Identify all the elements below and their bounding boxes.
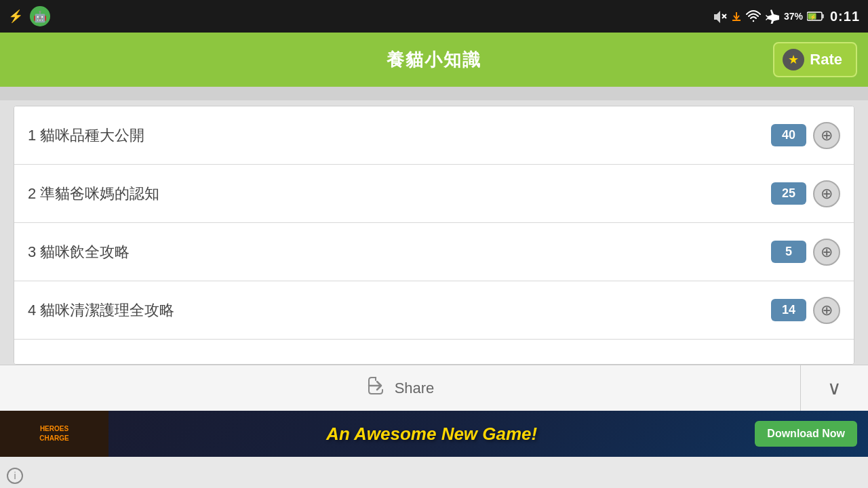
android-icon: 🤖	[30, 6, 50, 26]
item-add-button[interactable]: ⊕	[813, 239, 840, 266]
share-label: Share	[395, 380, 435, 397]
item-text: 4 貓咪清潔護理全攻略	[28, 300, 771, 321]
item-add-button[interactable]: ⊕	[813, 180, 840, 207]
share-icon	[366, 376, 385, 400]
ad-text: An Awesome New Game!	[108, 424, 755, 445]
status-right: 37% ⚡ 0:11	[712, 9, 860, 24]
list-item-partial: —	[14, 340, 854, 364]
app-header: 養貓小知識 ★ Rate	[0, 33, 868, 87]
list-item[interactable]: 2 準貓爸咪媽的認知 25 ⊕	[14, 165, 854, 223]
status-left: ⚡ 🤖	[8, 6, 50, 26]
chevron-button[interactable]: ∨	[800, 365, 868, 411]
item-text: 2 準貓爸咪媽的認知	[28, 184, 771, 204]
ad-banner: HEROES CHARGE An Awesome New Game! Downl…	[0, 411, 868, 457]
download-icon	[731, 11, 742, 22]
ad-logo: HEROES CHARGE	[0, 411, 108, 457]
airplane-icon	[765, 9, 780, 24]
wifi-icon	[746, 9, 761, 24]
bottom-bar: Share ∨	[0, 365, 868, 411]
share-section[interactable]: Share	[0, 376, 800, 400]
item-text: 3 貓咪飲全攻略	[28, 242, 771, 262]
chevron-down-icon: ∨	[827, 377, 842, 399]
app-title: 養貓小知識	[387, 48, 481, 72]
svg-rect-3	[822, 14, 824, 18]
item-count-badge: 5	[771, 241, 806, 263]
rate-label: Rate	[810, 51, 842, 68]
list-item[interactable]: 1 貓咪品種大公開 40 ⊕	[14, 106, 854, 165]
rate-star-icon: ★	[783, 49, 804, 70]
list-item[interactable]: 3 貓咪飲全攻略 5 ⊕	[14, 223, 854, 281]
content-area: 1 貓咪品種大公開 40 ⊕ 2 準貓爸咪媽的認知 25 ⊕ 3 貓咪飲全攻略 …	[0, 100, 868, 365]
item-count-badge: 25	[771, 182, 806, 205]
header-divider	[0, 87, 868, 100]
mute-icon	[712, 9, 727, 24]
info-icon[interactable]: i	[7, 468, 23, 484]
svg-text:⚡: ⚡	[810, 14, 816, 20]
usb-icon: ⚡	[8, 9, 23, 24]
status-time: 0:11	[830, 9, 860, 24]
status-icons: 37% ⚡	[712, 9, 825, 24]
status-bar: ⚡ 🤖	[0, 0, 868, 33]
item-text: 1 貓咪品種大公開	[28, 125, 771, 146]
item-add-button[interactable]: ⊕	[813, 297, 840, 324]
rate-button[interactable]: ★ Rate	[773, 42, 857, 77]
list-item[interactable]: 4 貓咪清潔護理全攻略 14 ⊕	[14, 281, 854, 340]
battery-icon: ⚡	[807, 11, 825, 22]
item-add-button[interactable]: ⊕	[813, 122, 840, 149]
item-count-badge: 14	[771, 299, 806, 321]
list-container: 1 貓咪品種大公開 40 ⊕ 2 準貓爸咪媽的認知 25 ⊕ 3 貓咪飲全攻略 …	[14, 106, 854, 365]
ad-download-button[interactable]: Download Now	[755, 421, 857, 447]
battery-percentage: 37%	[784, 11, 803, 22]
item-count-badge: 40	[771, 124, 806, 146]
